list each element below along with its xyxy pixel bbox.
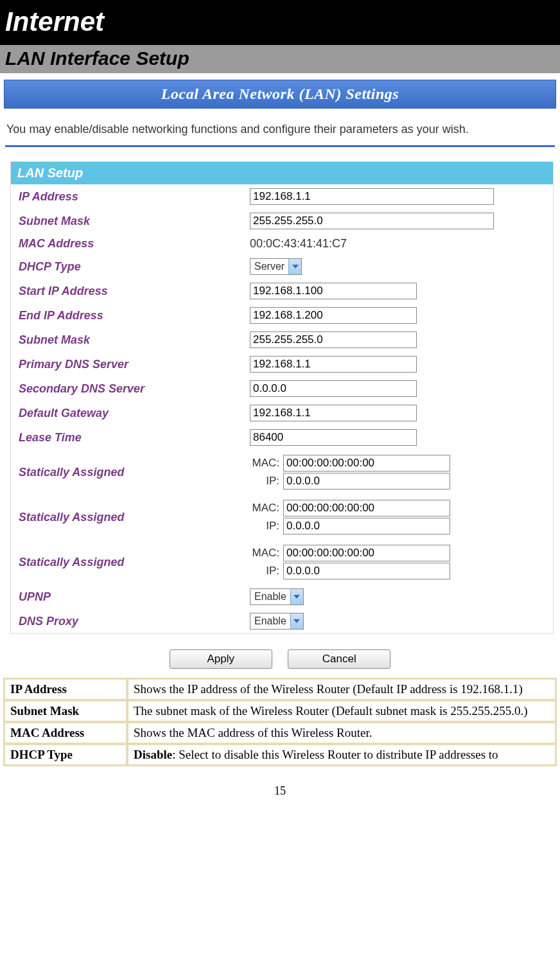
static1-mac-input[interactable]: [283, 455, 450, 472]
start-ip-input[interactable]: [250, 283, 417, 299]
button-row: Apply Cancel: [4, 640, 556, 674]
desc-mac-text: Shows the MAC address of this Wireless R…: [128, 723, 556, 743]
upnp-value: Enable: [250, 591, 290, 603]
intro-text: You may enable/disable networking functi…: [4, 109, 556, 145]
lease-time-input[interactable]: [250, 429, 417, 446]
upnp-label: UPNP: [11, 585, 242, 609]
default-gateway-label: Default Gateway: [11, 401, 242, 425]
table-row: IP Address Shows the IP address of the W…: [4, 679, 556, 700]
end-ip-label: End IP Address: [11, 303, 242, 328]
secondary-dns-input[interactable]: [250, 380, 417, 397]
static3-label: Statically Assigned: [11, 540, 242, 585]
static1-label: Statically Assigned: [11, 450, 242, 495]
static3-ip-label: IP:: [250, 565, 283, 577]
chevron-down-icon: [288, 259, 301, 274]
static3-mac-input[interactable]: [283, 545, 450, 561]
ip-address-input[interactable]: [250, 188, 494, 205]
page-number: 15: [0, 766, 560, 806]
upnp-select[interactable]: Enable: [250, 588, 304, 605]
svg-marker-2: [293, 619, 300, 623]
lease-time-label: Lease Time: [11, 425, 242, 450]
subnet-mask-label: Subnet Mask: [11, 209, 242, 233]
divider-line: [5, 145, 555, 147]
apply-button[interactable]: Apply: [170, 649, 272, 669]
desc-dhcp-rest: : Select to disable this Wireless Router…: [172, 748, 498, 761]
static2-label: Statically Assigned: [11, 495, 242, 540]
dns-proxy-value: Enable: [250, 615, 290, 627]
chevron-down-icon: [290, 613, 303, 629]
table-row: MAC Address Shows the MAC address of thi…: [4, 723, 556, 743]
mac-address-label: MAC Address: [11, 233, 242, 254]
static1-mac-label: MAC:: [250, 457, 283, 470]
svg-marker-0: [292, 265, 299, 269]
chevron-down-icon: [290, 589, 303, 604]
primary-dns-input[interactable]: [250, 356, 417, 373]
static3-ip-input[interactable]: [283, 563, 450, 579]
dns-proxy-select[interactable]: Enable: [250, 613, 304, 630]
desc-ip-text: Shows the IP address of the Wireless Rou…: [128, 679, 556, 700]
lan-settings-title: Local Area Network (LAN) Settings: [4, 80, 556, 109]
subnet-mask-input[interactable]: [250, 213, 494, 229]
subnet-mask2-input[interactable]: [250, 331, 417, 348]
static3-mac-label: MAC:: [250, 547, 283, 560]
dhcp-type-value: Server: [250, 261, 288, 272]
ip-address-label: IP Address: [11, 184, 242, 209]
desc-dhcp-text: Disable: Select to disable this Wireless…: [128, 745, 556, 765]
cancel-button[interactable]: Cancel: [288, 649, 390, 669]
start-ip-label: Start IP Address: [11, 279, 242, 303]
dhcp-type-select[interactable]: Server: [250, 258, 302, 275]
mac-address-value: 00:0C:43:41:41:C7: [242, 233, 553, 254]
svg-marker-1: [293, 595, 300, 599]
lan-settings-screenshot: Local Area Network (LAN) Settings You ma…: [0, 73, 560, 674]
desc-dhcp-bold: Disable: [134, 748, 172, 761]
static1-ip-label: IP:: [250, 475, 283, 488]
desc-subnet-text: The subnet mask of the Wireless Router (…: [128, 701, 556, 721]
lan-setup-header: LAN Setup: [11, 162, 553, 184]
table-row: Subnet Mask The subnet mask of the Wirel…: [4, 701, 556, 721]
lan-form-table: IP Address Subnet Mask MAC Address 00:0C…: [11, 184, 553, 633]
lan-setup-panel: LAN Setup IP Address Subnet Mask MAC Add…: [10, 161, 554, 634]
static2-mac-label: MAC:: [250, 502, 283, 515]
default-gateway-input[interactable]: [250, 405, 417, 421]
table-row: DHCP Type Disable: Select to disable thi…: [4, 745, 556, 765]
description-table: IP Address Shows the IP address of the W…: [3, 678, 557, 766]
static2-ip-input[interactable]: [283, 518, 450, 534]
static2-ip-label: IP:: [250, 520, 283, 533]
subnet-mask2-label: Subnet Mask: [11, 328, 242, 352]
desc-dhcp-key: DHCP Type: [4, 745, 127, 765]
primary-dns-label: Primary DNS Server: [11, 352, 242, 376]
end-ip-input[interactable]: [250, 307, 417, 324]
desc-ip-key: IP Address: [4, 679, 127, 700]
desc-subnet-key: Subnet Mask: [4, 701, 127, 721]
dhcp-type-label: DHCP Type: [11, 254, 242, 279]
page-subtitle-lan: LAN Interface Setup: [0, 45, 560, 73]
static1-ip-input[interactable]: [283, 473, 450, 489]
dns-proxy-label: DNS Proxy: [11, 609, 242, 633]
page-title-internet: Internet: [0, 0, 560, 45]
secondary-dns-label: Secondary DNS Server: [11, 376, 242, 401]
desc-mac-key: MAC Address: [4, 723, 127, 743]
static2-mac-input[interactable]: [283, 500, 450, 516]
